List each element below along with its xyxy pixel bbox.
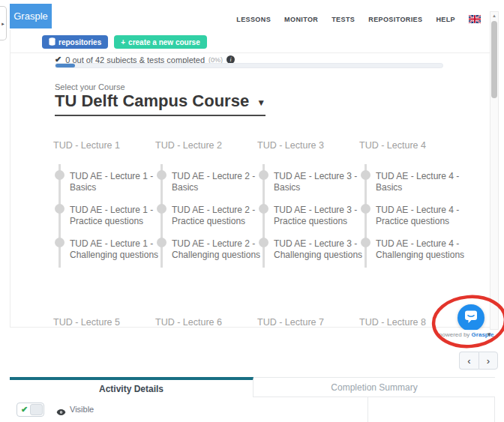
timeline-dot bbox=[361, 204, 370, 214]
timeline-dot bbox=[157, 204, 166, 214]
plus-icon: + bbox=[121, 38, 125, 46]
subject-link[interactable]: TUD AE - Lecture 3 - Challenging questio… bbox=[274, 238, 365, 261]
database-icon bbox=[49, 37, 56, 47]
timeline-dot bbox=[55, 204, 64, 214]
subject-link[interactable]: TUD AE - Lecture 1 - Challenging questio… bbox=[70, 238, 161, 261]
course-toolbar: repositories + create a new course bbox=[42, 35, 207, 49]
timeline-dot bbox=[157, 170, 166, 180]
subject-link[interactable]: TUD AE - Lecture 4 - Practice questions bbox=[376, 205, 467, 227]
timeline-dot bbox=[259, 238, 268, 247]
nav-help[interactable]: HELP bbox=[436, 16, 455, 23]
top-navigation: LESSONS MONITOR TESTS REPOSITORIES HELP bbox=[236, 15, 481, 23]
lecture-column-header[interactable]: TUD - Lecture 4 bbox=[359, 140, 458, 151]
widget-caret-down-icon[interactable]: ▾ bbox=[488, 331, 491, 338]
chat-widget-button[interactable] bbox=[458, 304, 484, 331]
lecture-column-header[interactable]: TUD - Lecture 6 bbox=[155, 317, 222, 328]
subject-link[interactable]: TUD AE - Lecture 2 - Challenging questio… bbox=[172, 238, 263, 261]
subject-link[interactable]: TUD AE - Lecture 3 - Practice questions bbox=[274, 205, 365, 227]
lecture-column: TUD - Lecture 3 TUD AE - Lecture 3 - Bas… bbox=[257, 140, 356, 271]
check-icon: ✔ bbox=[21, 405, 28, 415]
toggle-knob[interactable] bbox=[30, 404, 43, 415]
course-select-label: Select your Course bbox=[55, 82, 125, 91]
lecture-column-header[interactable]: TUD - Lecture 8 bbox=[359, 317, 426, 328]
subject-link[interactable]: TUD AE - Lecture 4 - Basics bbox=[376, 171, 467, 193]
subject-link[interactable]: TUD AE - Lecture 4 - Challenging questio… bbox=[376, 238, 467, 261]
nav-lessons[interactable]: LESSONS bbox=[236, 16, 271, 23]
pager-prev-button[interactable]: ‹ bbox=[459, 352, 478, 370]
subject-link[interactable]: TUD AE - Lecture 1 - Basics bbox=[70, 171, 161, 193]
timeline-dot bbox=[157, 238, 166, 247]
lecture-column: TUD - Lecture 1 TUD AE - Lecture 1 - Bas… bbox=[53, 140, 152, 271]
nav-monitor[interactable]: MONITOR bbox=[284, 16, 318, 23]
nav-repositories[interactable]: REPOSITORIES bbox=[368, 16, 422, 23]
language-flag-icon[interactable] bbox=[469, 15, 481, 23]
lecture-column-header[interactable]: TUD - Lecture 1 bbox=[53, 140, 152, 151]
tab-activity-details[interactable]: Activity Details bbox=[10, 377, 254, 397]
pager-next-button[interactable]: › bbox=[478, 352, 498, 370]
lecture-column-header[interactable]: TUD - Lecture 2 bbox=[155, 140, 254, 151]
lecture-column: TUD - Lecture 2 TUD AE - Lecture 2 - Bas… bbox=[155, 140, 254, 271]
subject-link[interactable]: TUD AE - Lecture 1 - Practice questions bbox=[70, 205, 161, 227]
timeline-dot bbox=[55, 170, 64, 180]
eye-icon bbox=[56, 406, 66, 419]
tab-completion-summary[interactable]: Completion Summary bbox=[254, 377, 495, 397]
visible-label: Visible bbox=[70, 405, 94, 414]
caret-down-icon: ▼ bbox=[256, 95, 266, 108]
progress-percent: (0%) bbox=[208, 56, 223, 64]
timeline-dot bbox=[55, 238, 64, 247]
scrollbar[interactable]: ▲ bbox=[490, 11, 499, 330]
timeline-dot bbox=[259, 170, 268, 180]
collapsed-side-panel[interactable]: ▸ bbox=[0, 6, 7, 40]
timeline-dot bbox=[259, 204, 268, 214]
course-dropdown[interactable]: TU Delft Campus Course ▼ bbox=[55, 91, 266, 116]
timeline-dot bbox=[361, 238, 370, 247]
progress-bar bbox=[55, 63, 443, 68]
app-logo[interactable]: Grasple bbox=[10, 4, 52, 28]
subject-link[interactable]: TUD AE - Lecture 2 - Basics bbox=[172, 171, 263, 193]
chat-bubble-icon bbox=[464, 309, 478, 327]
detail-divider bbox=[368, 397, 368, 422]
activity-details-panel: ✔ Visible bbox=[10, 397, 495, 422]
lecture-column-header[interactable]: TUD - Lecture 3 bbox=[257, 140, 356, 151]
scroll-up-icon[interactable]: ▲ bbox=[490, 13, 498, 18]
scrollbar-thumb[interactable] bbox=[491, 21, 497, 98]
create-course-button[interactable]: + create a new course bbox=[114, 35, 206, 49]
expand-arrow-icon: ▸ bbox=[2, 21, 4, 26]
course-title: TU Delft Campus Course bbox=[55, 91, 249, 111]
timeline-dot bbox=[361, 170, 370, 180]
lecture-column-header[interactable]: TUD - Lecture 5 bbox=[53, 317, 120, 328]
course-pager: ‹ › bbox=[459, 352, 498, 370]
toolbar-divider bbox=[10, 52, 490, 53]
progress-fill bbox=[56, 64, 75, 67]
subject-link[interactable]: TUD AE - Lecture 3 - Basics bbox=[274, 171, 365, 193]
lecture-column-header[interactable]: TUD - Lecture 7 bbox=[257, 317, 324, 328]
visible-toggle[interactable]: ✔ bbox=[16, 403, 44, 417]
main-panel: repositories + create a new course ✔ 0 o… bbox=[10, 30, 491, 328]
lecture-column: TUD - Lecture 4 TUD AE - Lecture 4 - Bas… bbox=[359, 140, 458, 271]
subject-link[interactable]: TUD AE - Lecture 2 - Practice questions bbox=[172, 205, 263, 227]
repositories-button[interactable]: repositories bbox=[42, 35, 108, 49]
nav-tests[interactable]: TESTS bbox=[332, 16, 355, 23]
